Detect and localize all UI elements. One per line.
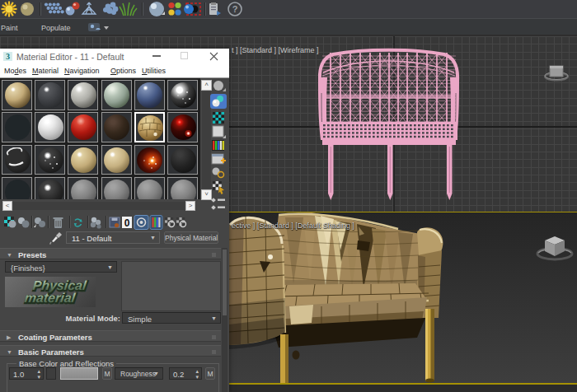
- svg-text:3: 3: [6, 52, 10, 61]
- svg-text:?: ?: [232, 4, 238, 14]
- svg-text:material: material: [24, 290, 77, 305]
- svg-text:0: 0: [124, 217, 130, 229]
